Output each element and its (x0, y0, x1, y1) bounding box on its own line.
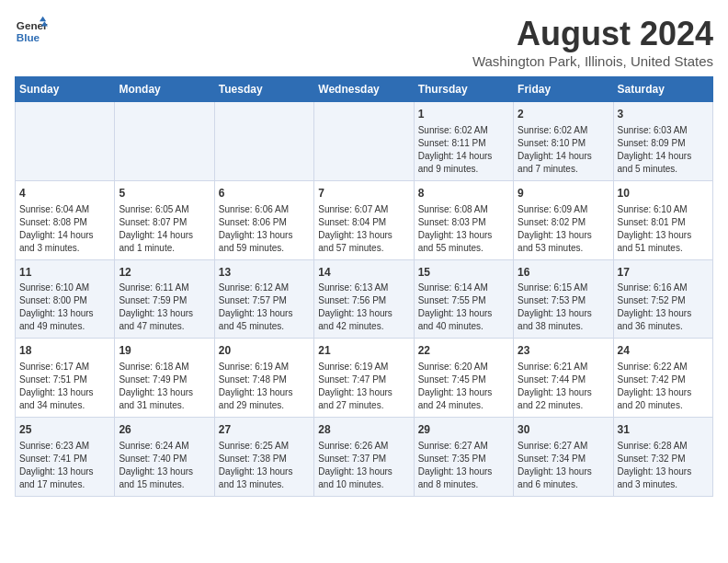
calendar-cell: 5Sunrise: 6:05 AM Sunset: 8:07 PM Daylig… (115, 180, 214, 259)
calendar-cell: 30Sunrise: 6:27 AM Sunset: 7:34 PM Dayli… (514, 418, 613, 497)
day-number: 14 (318, 265, 409, 281)
day-number: 23 (518, 343, 609, 359)
main-title: August 2024 (472, 15, 713, 53)
subtitle: Washington Park, Illinois, United States (472, 53, 713, 69)
day-number: 7 (318, 186, 409, 201)
day-number: 6 (219, 186, 310, 201)
calendar-cell: 16Sunrise: 6:15 AM Sunset: 7:53 PM Dayli… (514, 259, 613, 339)
week-row-1: 1Sunrise: 6:02 AM Sunset: 8:11 PM Daylig… (16, 102, 713, 181)
day-number: 21 (318, 343, 409, 359)
day-number: 31 (618, 422, 709, 438)
day-info: Sunrise: 6:27 AM Sunset: 7:34 PM Dayligh… (518, 440, 609, 491)
calendar-cell: 19Sunrise: 6:18 AM Sunset: 7:49 PM Dayli… (115, 339, 214, 418)
calendar-cell (314, 102, 414, 181)
calendar-cell: 27Sunrise: 6:25 AM Sunset: 7:38 PM Dayli… (214, 418, 313, 497)
day-info: Sunrise: 6:08 AM Sunset: 8:03 PM Dayligh… (418, 203, 509, 255)
day-info: Sunrise: 6:26 AM Sunset: 7:37 PM Dayligh… (318, 440, 409, 491)
day-number: 16 (518, 265, 609, 281)
svg-text:Blue: Blue (17, 31, 40, 43)
calendar-cell: 21Sunrise: 6:19 AM Sunset: 7:47 PM Dayli… (314, 339, 414, 418)
calendar-cell: 7Sunrise: 6:07 AM Sunset: 8:04 PM Daylig… (314, 180, 414, 259)
day-info: Sunrise: 6:14 AM Sunset: 7:55 PM Dayligh… (418, 282, 509, 333)
day-info: Sunrise: 6:09 AM Sunset: 8:02 PM Dayligh… (518, 203, 609, 255)
week-row-3: 11Sunrise: 6:10 AM Sunset: 8:00 PM Dayli… (16, 259, 713, 339)
page-header: General Blue August 2024 Washington Park… (15, 15, 713, 69)
calendar-cell: 3Sunrise: 6:03 AM Sunset: 8:09 PM Daylig… (613, 102, 712, 181)
day-number: 2 (518, 107, 609, 122)
calendar-cell: 22Sunrise: 6:20 AM Sunset: 7:45 PM Dayli… (414, 339, 513, 418)
day-number: 12 (119, 265, 210, 281)
day-info: Sunrise: 6:11 AM Sunset: 7:59 PM Dayligh… (119, 282, 210, 333)
day-info: Sunrise: 6:25 AM Sunset: 7:38 PM Dayligh… (219, 440, 310, 491)
title-section: August 2024 Washington Park, Illinois, U… (472, 15, 713, 69)
week-row-4: 18Sunrise: 6:17 AM Sunset: 7:51 PM Dayli… (16, 339, 713, 418)
column-header-wednesday: Wednesday (314, 77, 414, 102)
logo: General Blue (15, 15, 48, 48)
week-row-5: 25Sunrise: 6:23 AM Sunset: 7:41 PM Dayli… (16, 418, 713, 497)
calendar-cell: 8Sunrise: 6:08 AM Sunset: 8:03 PM Daylig… (414, 180, 513, 259)
day-info: Sunrise: 6:12 AM Sunset: 7:57 PM Dayligh… (219, 282, 310, 333)
calendar-table: SundayMondayTuesdayWednesdayThursdayFrid… (15, 76, 713, 497)
day-number: 3 (618, 107, 709, 122)
calendar-cell (115, 102, 214, 181)
day-info: Sunrise: 6:17 AM Sunset: 7:51 PM Dayligh… (19, 361, 110, 412)
calendar-cell (214, 102, 313, 181)
calendar-cell: 25Sunrise: 6:23 AM Sunset: 7:41 PM Dayli… (16, 418, 115, 497)
calendar-cell: 12Sunrise: 6:11 AM Sunset: 7:59 PM Dayli… (115, 259, 214, 339)
day-info: Sunrise: 6:22 AM Sunset: 7:42 PM Dayligh… (618, 361, 709, 412)
day-info: Sunrise: 6:27 AM Sunset: 7:35 PM Dayligh… (418, 440, 509, 491)
day-number: 28 (318, 422, 409, 438)
day-info: Sunrise: 6:19 AM Sunset: 7:47 PM Dayligh… (318, 361, 409, 412)
week-row-2: 4Sunrise: 6:04 AM Sunset: 8:08 PM Daylig… (16, 180, 713, 259)
day-info: Sunrise: 6:18 AM Sunset: 7:49 PM Dayligh… (119, 361, 210, 412)
calendar-cell: 11Sunrise: 6:10 AM Sunset: 8:00 PM Dayli… (16, 259, 115, 339)
column-header-saturday: Saturday (613, 77, 712, 102)
calendar-cell: 24Sunrise: 6:22 AM Sunset: 7:42 PM Dayli… (613, 339, 712, 418)
calendar-cell: 2Sunrise: 6:02 AM Sunset: 8:10 PM Daylig… (514, 102, 613, 181)
calendar-cell: 20Sunrise: 6:19 AM Sunset: 7:48 PM Dayli… (214, 339, 313, 418)
day-number: 1 (418, 107, 509, 122)
day-number: 26 (119, 422, 210, 438)
calendar-header-row: SundayMondayTuesdayWednesdayThursdayFrid… (16, 77, 713, 102)
day-number: 9 (518, 186, 609, 201)
day-number: 27 (219, 422, 310, 438)
calendar-cell: 4Sunrise: 6:04 AM Sunset: 8:08 PM Daylig… (16, 180, 115, 259)
calendar-cell: 1Sunrise: 6:02 AM Sunset: 8:11 PM Daylig… (414, 102, 513, 181)
day-info: Sunrise: 6:15 AM Sunset: 7:53 PM Dayligh… (518, 282, 609, 333)
calendar-cell: 10Sunrise: 6:10 AM Sunset: 8:01 PM Dayli… (613, 180, 712, 259)
day-number: 15 (418, 265, 509, 281)
day-info: Sunrise: 6:02 AM Sunset: 8:10 PM Dayligh… (518, 124, 609, 176)
calendar-cell: 15Sunrise: 6:14 AM Sunset: 7:55 PM Dayli… (414, 259, 513, 339)
day-info: Sunrise: 6:02 AM Sunset: 8:11 PM Dayligh… (418, 124, 509, 176)
day-info: Sunrise: 6:24 AM Sunset: 7:40 PM Dayligh… (119, 440, 210, 491)
day-number: 20 (219, 343, 310, 359)
day-number: 17 (618, 265, 709, 281)
day-info: Sunrise: 6:10 AM Sunset: 8:01 PM Dayligh… (618, 203, 709, 255)
day-number: 19 (119, 343, 210, 359)
calendar-cell: 14Sunrise: 6:13 AM Sunset: 7:56 PM Dayli… (314, 259, 414, 339)
day-info: Sunrise: 6:23 AM Sunset: 7:41 PM Dayligh… (19, 440, 110, 491)
day-number: 13 (219, 265, 310, 281)
calendar-cell: 26Sunrise: 6:24 AM Sunset: 7:40 PM Dayli… (115, 418, 214, 497)
day-number: 25 (19, 422, 110, 438)
column-header-monday: Monday (115, 77, 214, 102)
calendar-cell: 13Sunrise: 6:12 AM Sunset: 7:57 PM Dayli… (214, 259, 313, 339)
day-info: Sunrise: 6:28 AM Sunset: 7:32 PM Dayligh… (618, 440, 709, 491)
calendar-cell: 31Sunrise: 6:28 AM Sunset: 7:32 PM Dayli… (613, 418, 712, 497)
day-number: 18 (19, 343, 110, 359)
column-header-tuesday: Tuesday (214, 77, 313, 102)
day-number: 4 (19, 186, 110, 201)
day-number: 8 (418, 186, 509, 201)
calendar-cell: 6Sunrise: 6:06 AM Sunset: 8:06 PM Daylig… (214, 180, 313, 259)
logo-icon: General Blue (15, 15, 48, 48)
day-info: Sunrise: 6:19 AM Sunset: 7:48 PM Dayligh… (219, 361, 310, 412)
day-number: 5 (119, 186, 210, 201)
day-info: Sunrise: 6:10 AM Sunset: 8:00 PM Dayligh… (19, 282, 110, 333)
calendar-cell: 18Sunrise: 6:17 AM Sunset: 7:51 PM Dayli… (16, 339, 115, 418)
calendar-cell: 28Sunrise: 6:26 AM Sunset: 7:37 PM Dayli… (314, 418, 414, 497)
calendar-cell: 17Sunrise: 6:16 AM Sunset: 7:52 PM Dayli… (613, 259, 712, 339)
column-header-thursday: Thursday (414, 77, 513, 102)
day-info: Sunrise: 6:16 AM Sunset: 7:52 PM Dayligh… (618, 282, 709, 333)
day-info: Sunrise: 6:13 AM Sunset: 7:56 PM Dayligh… (318, 282, 409, 333)
day-number: 11 (19, 265, 110, 281)
